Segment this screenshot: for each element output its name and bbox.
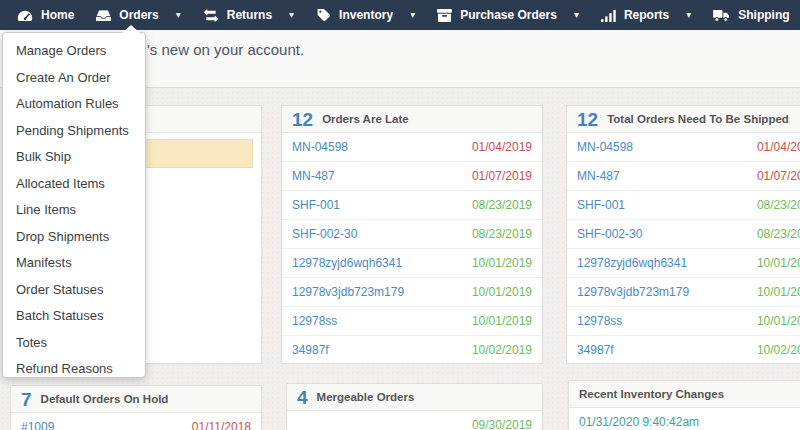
order-date: 01/07/2019 xyxy=(757,169,800,183)
order-row: 12978v3jdb723m17910/01/2019 xyxy=(567,278,800,307)
order-date: 10/01/2019 xyxy=(472,285,532,299)
order-row: #100901/11/2018 xyxy=(11,413,261,430)
order-row: 34987f10/02/2019 xyxy=(282,336,542,365)
card-header: 12 Orders Are Late xyxy=(282,106,542,133)
nav-item-label: Inventory xyxy=(339,8,393,22)
order-link[interactable]: 12978zyjd6wqh6341 xyxy=(292,256,402,270)
card-orders-are-late: 12 Orders Are Late MN-0459801/04/2019 MN… xyxy=(281,105,543,364)
order-date: 08/23/2019 xyxy=(472,198,532,212)
order-date: 10/01/2019 xyxy=(757,256,800,270)
card-mergeable-orders: 4 Mergeable Orders 09/30/2019 xyxy=(286,383,543,430)
order-link[interactable]: MN-04598 xyxy=(577,140,633,154)
order-link[interactable]: 34987f xyxy=(292,343,329,357)
order-row: MN-48701/07/2019 xyxy=(282,162,542,191)
menu-item-allocated-items[interactable]: Allocated Items xyxy=(3,171,145,198)
order-row: SHF-00108/23/2019 xyxy=(282,191,542,220)
inbox-icon xyxy=(96,9,111,22)
nav-item-label: Reports xyxy=(624,8,669,22)
order-row: SHF-002-3008/23/2019 xyxy=(282,220,542,249)
order-row: SHF-00108/23/2019 xyxy=(567,191,800,220)
menu-item-refund-reasons[interactable]: Refund Reasons xyxy=(3,356,145,383)
order-row: 34987f10/02/2019 xyxy=(567,336,800,365)
menu-item-manage-orders[interactable]: Manage Orders xyxy=(3,38,145,65)
card-header: 4 Mergeable Orders xyxy=(287,384,542,411)
order-date: 08/23/2019 xyxy=(472,227,532,241)
nav-item-label: Purchase Orders xyxy=(460,8,557,22)
nav-item-inventory[interactable]: Inventory ▾ xyxy=(305,0,426,30)
order-link[interactable]: MN-487 xyxy=(292,169,335,183)
order-link[interactable]: 12978ss xyxy=(577,314,622,328)
order-link[interactable]: SHF-001 xyxy=(292,198,340,212)
menu-item-drop-shipments[interactable]: Drop Shipments xyxy=(3,224,145,251)
order-date: 09/30/2019 xyxy=(472,418,532,430)
order-link[interactable]: SHF-002-30 xyxy=(577,227,642,241)
order-row: 12978v3jdb723m17910/01/2019 xyxy=(282,278,542,307)
inventory-change-link[interactable]: 01/31/2020 9:40:42am xyxy=(579,415,699,429)
tag-icon xyxy=(316,8,331,22)
menu-item-pending-shipments[interactable]: Pending Shipments xyxy=(3,118,145,145)
welcome-banner-text: 's new on your account. xyxy=(147,41,304,58)
card-title: Orders Are Late xyxy=(322,113,409,125)
order-link[interactable]: MN-487 xyxy=(577,169,620,183)
order-row: 12978ss10/01/2019 xyxy=(282,307,542,336)
nav-item-returns[interactable]: Returns ▾ xyxy=(192,0,305,30)
order-date: 10/01/2019 xyxy=(757,314,800,328)
order-row: MN-0459801/04/2019 xyxy=(567,133,800,162)
order-link[interactable]: 12978ss xyxy=(292,314,337,328)
card-title: Total Orders Need To Be Shipped xyxy=(607,113,789,125)
order-link[interactable]: SHF-001 xyxy=(577,198,625,212)
nav-item-label: Home xyxy=(41,8,74,22)
order-date: 08/23/2019 xyxy=(757,227,800,241)
chevron-down-icon[interactable]: ▾ xyxy=(686,10,691,20)
top-nav: Home Orders ▾ Returns ▾ Inventory ▾ Purc… xyxy=(0,0,800,30)
menu-item-order-statuses[interactable]: Order Statuses xyxy=(3,277,145,304)
nav-item-home[interactable]: Home xyxy=(6,0,85,30)
order-date: 08/23/2019 xyxy=(757,198,800,212)
menu-item-manifests[interactable]: Manifests xyxy=(3,250,145,277)
menu-item-automation-rules[interactable]: Automation Rules xyxy=(3,91,145,118)
chevron-down-icon[interactable]: ▾ xyxy=(176,10,181,20)
order-row: 12978ss10/01/2019 xyxy=(567,307,800,336)
nav-item-shipping[interactable]: Shipping ▾ xyxy=(702,0,800,30)
inventory-row: 01/31/2020 9:40:42am xyxy=(569,408,800,430)
order-date: 10/02/2019 xyxy=(472,343,532,357)
order-link[interactable]: 12978zyjd6wqh6341 xyxy=(577,256,687,270)
chevron-down-icon[interactable]: ▾ xyxy=(410,10,415,20)
archive-icon xyxy=(437,9,452,22)
order-date: 01/11/2018 xyxy=(192,420,251,430)
order-link[interactable]: MN-04598 xyxy=(292,140,348,154)
order-row: 12978zyjd6wqh634110/01/2019 xyxy=(567,249,800,278)
card-count: 12 xyxy=(292,110,313,129)
bar-chart-icon xyxy=(601,9,616,22)
chevron-down-icon[interactable]: ▾ xyxy=(574,10,579,20)
menu-item-bulk-ship[interactable]: Bulk Ship xyxy=(3,144,145,171)
order-row: 09/30/2019 xyxy=(287,411,542,430)
menu-item-totes[interactable]: Totes xyxy=(3,330,145,357)
nav-item-label: Orders xyxy=(119,8,158,22)
order-link[interactable]: SHF-002-30 xyxy=(292,227,357,241)
nav-item-reports[interactable]: Reports ▾ xyxy=(590,0,702,30)
nav-item-label: Shipping xyxy=(738,8,789,22)
order-date: 10/02/2019 xyxy=(757,343,800,357)
menu-item-create-an-order[interactable]: Create An Order xyxy=(3,65,145,92)
card-count: 7 xyxy=(21,390,32,409)
order-link[interactable]: 34987f xyxy=(577,343,614,357)
card-orders-on-hold: 7 Default Orders On Hold #100901/11/2018 xyxy=(10,385,262,430)
order-date: 10/01/2019 xyxy=(757,285,800,299)
tachometer-icon xyxy=(17,9,33,22)
order-link[interactable]: #1009 xyxy=(21,420,54,430)
orders-dropdown-menu: Manage Orders Create An Order Automation… xyxy=(2,32,146,378)
card-header: 12 Total Orders Need To Be Shipped xyxy=(567,106,800,133)
truck-icon xyxy=(713,9,730,22)
order-link[interactable]: 12978v3jdb723m179 xyxy=(292,285,404,299)
card-title: Mergeable Orders xyxy=(317,391,415,403)
exchange-icon xyxy=(203,9,219,22)
card-count: 12 xyxy=(577,110,598,129)
menu-item-line-items[interactable]: Line Items xyxy=(3,197,145,224)
order-date: 01/04/2019 xyxy=(757,140,800,154)
card-header: Recent Inventory Changes xyxy=(569,381,800,408)
order-link[interactable]: 12978v3jdb723m179 xyxy=(577,285,689,299)
nav-item-purchase-orders[interactable]: Purchase Orders ▾ xyxy=(426,0,590,30)
menu-item-batch-statuses[interactable]: Batch Statuses xyxy=(3,303,145,330)
chevron-down-icon[interactable]: ▾ xyxy=(289,10,294,20)
